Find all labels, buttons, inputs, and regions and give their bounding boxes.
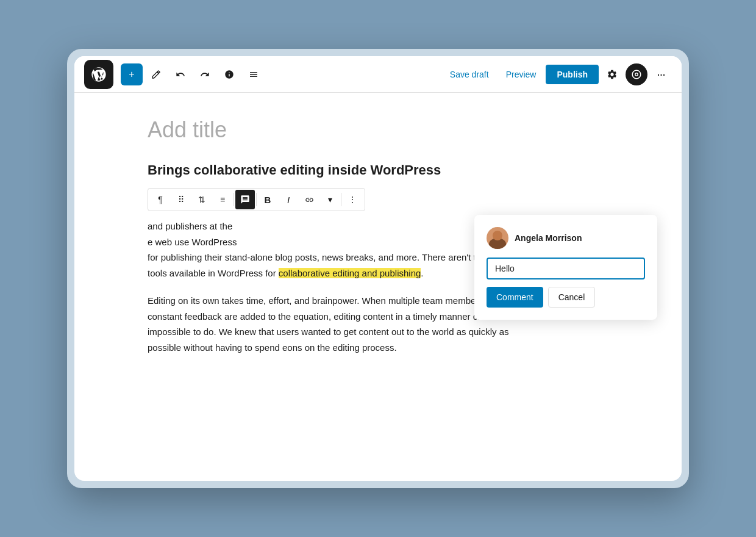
comment-actions: Comment Cancel [487, 287, 645, 308]
settings-button[interactable] [601, 63, 623, 85]
block-toolbar: ¶ ⠿ ⇅ ≡ B [148, 188, 365, 211]
edit-button[interactable] [145, 63, 167, 85]
comment-input[interactable] [487, 258, 645, 279]
post-heading[interactable]: Brings collaborative editing inside Word… [148, 162, 608, 178]
paragraph-icon: ¶ [158, 195, 163, 204]
redo-icon [200, 70, 210, 79]
info-icon [224, 70, 234, 79]
more-options-icon: ··· [657, 67, 665, 81]
add-comment-button[interactable] [235, 190, 255, 209]
publish-button[interactable]: Publish [546, 65, 599, 84]
add-icon: + [129, 69, 134, 80]
italic-icon: I [287, 195, 290, 205]
comment-view-button[interactable] [626, 63, 647, 85]
dropdown-icon: ▾ [328, 195, 332, 204]
italic-button[interactable]: I [279, 190, 298, 209]
drag-handle-button[interactable]: ⠿ [171, 190, 191, 209]
list-view-button[interactable] [243, 63, 265, 85]
align-button[interactable]: ≡ [213, 190, 232, 209]
content-area: Add title Brings collaborative editing i… [74, 93, 682, 481]
window-frame: + [67, 49, 689, 488]
link-button[interactable] [299, 190, 319, 209]
toolbar-separator-2 [256, 193, 257, 206]
comment-user-info: Angela Morrison [487, 227, 645, 249]
user-name: Angela Morrison [515, 233, 582, 243]
toolbar: + [74, 56, 682, 93]
wp-logo [84, 60, 113, 89]
settings-icon [607, 69, 618, 80]
arrows-icon: ⇅ [198, 195, 205, 204]
drag-icon: ⠿ [178, 195, 184, 204]
paragraph-type-button[interactable]: ¶ [151, 190, 170, 209]
submit-comment-button[interactable]: Comment [487, 287, 543, 308]
save-draft-button[interactable]: Save draft [443, 65, 496, 84]
highlighted-text: collaborative editing and publishing [279, 268, 421, 278]
edit-icon [151, 70, 161, 79]
publish-label: Publish [557, 70, 588, 79]
cancel-comment-button[interactable]: Cancel [548, 287, 596, 308]
comment-view-icon [631, 69, 642, 80]
body-text-1-end: . [421, 268, 423, 278]
add-comment-icon [240, 195, 250, 204]
comment-popup: Angela Morrison Comment Cancel [474, 215, 657, 320]
cancel-btn-label: Cancel [558, 292, 585, 302]
undo-button[interactable] [169, 63, 191, 85]
redo-button[interactable] [194, 63, 216, 85]
undo-icon [176, 70, 185, 79]
move-button[interactable]: ⇅ [192, 190, 212, 209]
block-more-button[interactable]: ⋮ [343, 190, 362, 209]
preview-button[interactable]: Preview [499, 65, 544, 84]
block-more-icon: ⋮ [348, 195, 357, 204]
toolbar-separator-3 [341, 193, 341, 206]
post-title-placeholder[interactable]: Add title [148, 117, 608, 143]
bold-button[interactable]: B [258, 190, 277, 209]
comment-btn-label: Comment [496, 292, 533, 302]
align-icon: ≡ [220, 195, 225, 204]
preview-label: Preview [506, 70, 537, 79]
partial-text-right: and publishers at the e web use WordPres… [148, 221, 237, 247]
info-button[interactable] [218, 63, 240, 85]
toolbar-separator-1 [234, 193, 234, 206]
bold-icon: B [265, 195, 271, 205]
dropdown-button[interactable]: ▾ [320, 190, 340, 209]
window-inner: + [74, 56, 682, 481]
wp-logo-svg [90, 66, 107, 83]
save-draft-label: Save draft [450, 70, 489, 79]
list-icon [249, 70, 259, 79]
more-options-button[interactable]: ··· [650, 63, 672, 85]
add-block-button[interactable]: + [121, 63, 143, 85]
link-icon [305, 195, 314, 204]
user-avatar [487, 227, 508, 249]
